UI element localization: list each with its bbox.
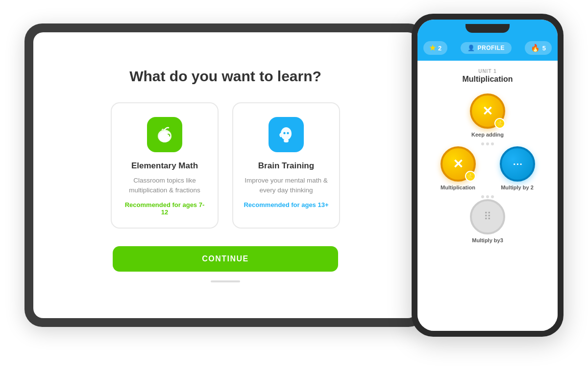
lesson-node-multiplication[interactable]: ✕ ⭐ Multiplication [441, 146, 476, 190]
lesson-node-multiply-by-3[interactable]: ⠿ Multiply by3 [470, 199, 505, 243]
svg-point-1 [281, 127, 292, 140]
flames-count: 5 [542, 45, 546, 52]
dot [491, 142, 494, 145]
profile-button[interactable]: 👤 PROFILE [461, 42, 512, 54]
keep-adding-label: Keep adding [471, 132, 504, 138]
lesson-node-keep-adding[interactable]: ✕ ⭐ Keep adding [470, 93, 505, 138]
phone-content: UNIT 1 Multiplication ✕ ⭐ Keep adding [417, 61, 558, 331]
star-icon: ★ [429, 44, 436, 52]
multiply-by-3-label: Multiply by3 [472, 237, 503, 243]
elementary-math-recommendation: Recommended for ages 7-12 [122, 201, 208, 216]
stars-stat: ★ 2 [423, 41, 447, 55]
multiply-by-3-circle: ⠿ [470, 199, 505, 234]
brain-training-recommendation: Recommended for ages 13+ [244, 201, 328, 208]
lesson-node-multiply-by-2[interactable]: ⋯ Multiply by 2 [500, 146, 535, 190]
elementary-math-icon [147, 117, 182, 152]
svg-point-3 [283, 132, 285, 134]
brain-training-icon [269, 117, 304, 152]
elementary-math-card-desc: Classroom topics like multiplication & f… [122, 176, 208, 196]
elementary-math-card[interactable]: Elementary Math Classroom topics like mu… [111, 102, 219, 229]
profile-person-icon: 👤 [467, 45, 475, 51]
lesson-row-double: ✕ ⭐ Multiplication ⋯ Multiply by 2 [423, 146, 552, 190]
multiply-by-2-label: Multiply by 2 [501, 185, 534, 190]
keep-adding-circle: ✕ ⭐ [470, 93, 505, 129]
multiplication-circle: ✕ ⭐ [441, 146, 476, 182]
phone-header: ★ 2 👤 PROFILE 🔥 5 [417, 37, 558, 61]
tablet-cards-container: Elementary Math Classroom topics like mu… [111, 102, 340, 229]
tablet-question-title: What do you want to learn? [129, 68, 321, 85]
tablet-device: What do you want to learn? [24, 23, 426, 327]
continue-button[interactable]: CONTINUE [113, 246, 338, 272]
lesson-row-multiply-by-3: ⠿ Multiply by3 [423, 199, 552, 243]
elementary-math-card-name: Elementary Math [131, 161, 198, 171]
svg-point-4 [287, 132, 289, 134]
multiplication-label: Multiplication [441, 185, 475, 190]
lesson-row-keep-adding: ✕ ⭐ Keep adding [423, 93, 552, 138]
tablet-screen: What do you want to learn? [33, 32, 417, 318]
svg-rect-2 [284, 139, 289, 142]
keep-adding-symbol: ✕ [482, 104, 493, 119]
dot [486, 195, 489, 198]
brain-training-card[interactable]: Brain Training Improve your mental math … [232, 102, 340, 229]
unit-title: Multiplication [462, 75, 513, 84]
stars-count: 2 [438, 45, 441, 52]
connector-1 [481, 142, 494, 145]
flame-icon: 🔥 [531, 44, 540, 52]
phone-screen: ★ 2 👤 PROFILE 🔥 5 UNIT 1 Multiplication [417, 20, 558, 331]
connector-2 [481, 195, 494, 198]
flames-stat: 🔥 5 [525, 41, 552, 55]
dot [481, 142, 484, 145]
multiply-by-3-symbol: ⠿ [484, 210, 491, 223]
lessons-track: ✕ ⭐ Keep adding [423, 93, 552, 247]
phone-notch-area [417, 20, 558, 37]
brain-training-card-name: Brain Training [258, 161, 314, 171]
brain-training-card-desc: Improve your mental math & every day thi… [243, 176, 329, 196]
multiplication-symbol: ✕ [453, 157, 464, 172]
profile-label: PROFILE [477, 45, 505, 51]
phone-device: ★ 2 👤 PROFILE 🔥 5 UNIT 1 Multiplication [412, 14, 564, 337]
phone-notch [466, 24, 510, 33]
multiply-by-2-symbol: ⋯ [513, 158, 522, 170]
unit-label: UNIT 1 [478, 69, 497, 74]
dot [491, 195, 494, 198]
multiply-by-2-circle: ⋯ [500, 146, 535, 182]
scroll-indicator [211, 280, 240, 282]
dot [481, 195, 484, 198]
keep-adding-star: ⭐ [494, 118, 505, 129]
scene: What do you want to learn? [24, 14, 564, 356]
multiplication-star: ⭐ [465, 171, 476, 182]
dot [486, 142, 489, 145]
